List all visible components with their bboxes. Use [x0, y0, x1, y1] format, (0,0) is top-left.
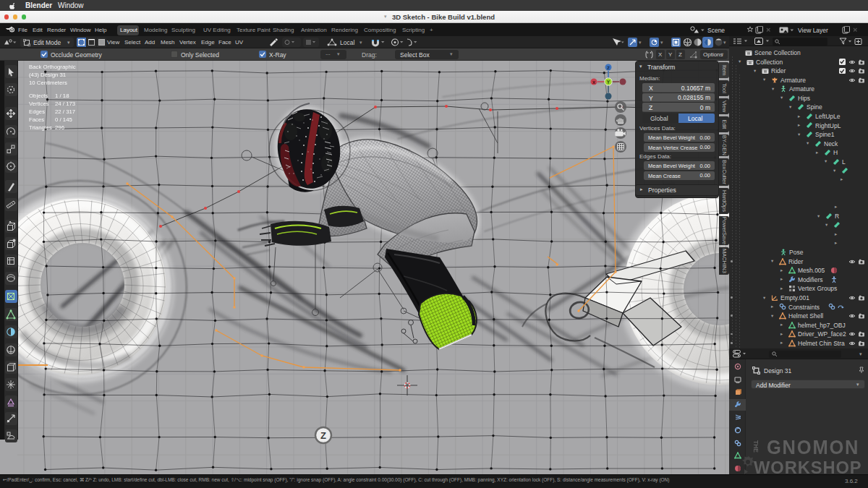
- svg-text:0 / 145: 0 / 145: [55, 116, 73, 123]
- svg-text:22 / 317: 22 / 317: [55, 108, 75, 115]
- svg-text:Faces: Faces: [29, 116, 44, 123]
- svg-text:Vertices: Vertices: [29, 100, 49, 107]
- svg-text:Edges: Edges: [29, 108, 45, 115]
- svg-text:X: X: [592, 80, 595, 85]
- svg-text:Triangles: Triangles: [29, 124, 52, 131]
- svg-text:Y: Y: [607, 80, 610, 85]
- svg-text:Objects: Objects: [29, 93, 48, 99]
- svg-text:296: 296: [55, 124, 64, 131]
- svg-text:Z: Z: [607, 66, 610, 70]
- svg-text:Back Orthographic: Back Orthographic: [29, 64, 76, 70]
- svg-text:1 / 18: 1 / 18: [55, 93, 69, 99]
- svg-text:Z: Z: [320, 430, 326, 441]
- svg-text:(43) Design 31: (43) Design 31: [29, 72, 66, 78]
- svg-text:24 / 173: 24 / 173: [55, 100, 75, 107]
- svg-text:10 Centimeters: 10 Centimeters: [29, 80, 67, 86]
